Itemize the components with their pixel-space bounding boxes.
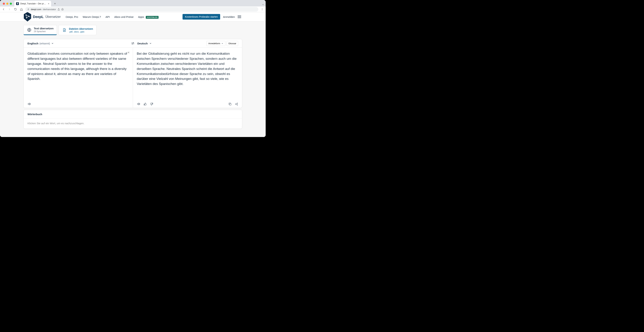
glossary-label: Glossar xyxy=(228,42,236,45)
tab-text-sub: 29 Sprachen xyxy=(34,30,54,33)
chevron-down-icon xyxy=(51,42,54,45)
reload-button[interactable] xyxy=(13,7,18,11)
nav-pricing[interactable]: Abos und Preise xyxy=(114,15,134,18)
nav-apps-label: Apps xyxy=(138,15,144,18)
svg-rect-0 xyxy=(28,9,29,10)
nav-why[interactable]: Warum DeepL? xyxy=(82,15,101,18)
formality-selector[interactable]: Anredeform xyxy=(206,41,226,46)
detected-label: (erkannt) xyxy=(40,42,50,45)
menu-icon[interactable] xyxy=(238,15,241,18)
url-domain: deepl.com xyxy=(31,8,41,11)
free-badge: KOSTENLOS xyxy=(146,16,158,19)
copy-icon[interactable] xyxy=(228,102,232,106)
url-path: /de/translator xyxy=(43,8,56,11)
document-icon xyxy=(62,28,67,32)
nav-apps[interactable]: Apps KOSTENLOS xyxy=(138,15,158,18)
thumbs-up-icon[interactable] xyxy=(144,102,147,106)
swap-languages-button[interactable] xyxy=(131,41,135,45)
deepl-logo-icon xyxy=(24,12,32,22)
tab-text-translate[interactable]: Text übersetzen 29 Sprachen xyxy=(24,25,57,35)
glossary-button[interactable]: Glossar xyxy=(226,41,238,46)
lock-icon xyxy=(27,8,30,10)
target-lang-selector[interactable]: Deutsch xyxy=(138,42,152,45)
nav-api[interactable]: API xyxy=(106,15,110,18)
chevron-down-icon xyxy=(221,42,224,44)
new-tab-button[interactable]: + xyxy=(52,1,58,6)
dictionary-title: Wörterbuch xyxy=(24,110,242,119)
favicon-icon xyxy=(16,2,19,5)
window-controls xyxy=(2,2,13,6)
home-button[interactable] xyxy=(19,7,24,11)
page-content: DeepL Übersetzer DeepL Pro Warum DeepL? … xyxy=(0,12,266,137)
translator-card: Englisch (erkannt) Deutsch xyxy=(24,39,242,108)
dictionary-hint: Klicken Sie auf ein Wort, um es nachzusc… xyxy=(24,119,242,129)
target-panel: Bei der Globalisierung geht es nicht nur… xyxy=(133,47,242,108)
forward-button[interactable] xyxy=(7,7,12,11)
site-header: DeepL Übersetzer DeepL Pro Warum DeepL? … xyxy=(0,12,266,21)
browser-menu-button[interactable] xyxy=(260,7,264,11)
svg-point-3 xyxy=(262,10,262,10)
bookmark-icon[interactable] xyxy=(61,8,64,11)
browser-tab[interactable]: DeepL Translate – Der präzises… × xyxy=(14,1,51,6)
mode-tabs: Text übersetzen 29 Sprachen Dateien über… xyxy=(0,21,266,35)
address-bar[interactable]: deepl.com/de/translator xyxy=(25,7,258,11)
share-icon[interactable] xyxy=(235,102,238,106)
tab-file-sub: .pdf, .docx, .pptx xyxy=(69,30,93,33)
maximize-window-button[interactable] xyxy=(10,2,12,5)
globe-icon xyxy=(27,27,32,32)
source-lang-name: Englisch xyxy=(28,42,38,45)
source-panel: Globalization involves communication not… xyxy=(24,47,133,108)
text-panels: Globalization involves communication not… xyxy=(24,47,242,108)
minimize-window-button[interactable] xyxy=(6,2,8,5)
trial-cta-button[interactable]: Kostenloses Probeabo starten xyxy=(182,14,220,19)
source-text-input[interactable]: Globalization involves communication not… xyxy=(28,51,129,81)
browser-window: DeepL Translate – Der präzises… × + deep… xyxy=(0,0,266,137)
logo[interactable]: DeepL Übersetzer xyxy=(24,12,61,22)
formality-label: Anredeform xyxy=(208,42,220,45)
target-text-output[interactable]: Bei der Globalisierung geht es nicht nur… xyxy=(137,51,238,86)
close-window-button[interactable] xyxy=(3,2,5,5)
svg-point-1 xyxy=(262,8,262,8)
brand-name: DeepL xyxy=(33,15,44,19)
dictionary-card: Wörterbuch Klicken Sie auf ein Wort, um … xyxy=(24,110,242,129)
browser-toolbar: deepl.com/de/translator xyxy=(0,6,266,12)
share-icon[interactable] xyxy=(58,8,60,11)
clear-source-button[interactable]: × xyxy=(128,50,130,54)
main-nav: DeepL Pro Warum DeepL? API Abos und Prei… xyxy=(66,15,158,18)
source-lang-selector[interactable]: Englisch (erkannt) xyxy=(24,42,132,45)
nav-pro[interactable]: DeepL Pro xyxy=(66,15,78,18)
tab-file-translate[interactable]: Dateien übersetzen .pdf, .docx, .pptx xyxy=(58,25,96,35)
tab-text-title: Text übersetzen xyxy=(34,27,54,30)
target-lang-name: Deutsch xyxy=(138,42,148,45)
brand-subtitle: Übersetzer xyxy=(45,15,61,19)
tabs-overflow-icon[interactable] xyxy=(260,3,266,6)
tab-file-title: Dateien übersetzen xyxy=(69,27,93,30)
svg-point-2 xyxy=(262,9,262,9)
thumbs-down-icon[interactable] xyxy=(150,102,153,106)
tts-source-icon[interactable] xyxy=(28,102,31,106)
browser-tabstrip: DeepL Translate – Der präzises… × + xyxy=(0,0,266,6)
login-link[interactable]: Anmelden xyxy=(223,15,235,18)
tab-title: DeepL Translate – Der präzises… xyxy=(20,2,46,5)
tts-target-icon[interactable] xyxy=(137,102,140,106)
language-bar: Englisch (erkannt) Deutsch xyxy=(24,39,242,47)
chevron-down-icon xyxy=(149,42,152,45)
svg-rect-8 xyxy=(230,103,231,105)
close-tab-icon[interactable]: × xyxy=(48,2,49,5)
back-button[interactable] xyxy=(2,7,6,11)
